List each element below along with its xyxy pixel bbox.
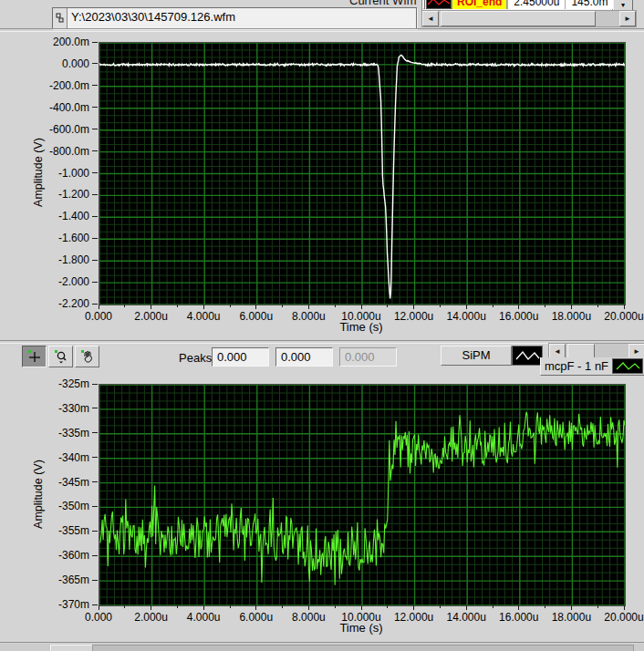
graph-palette [22,346,101,367]
peak-field-1[interactable]: 0.000 [212,347,269,367]
x-tick-label: 12.000u [385,310,443,323]
x-minor-tick-mark [124,605,125,608]
channel-wave-icon[interactable] [512,346,543,366]
x-tick-mark [255,305,256,309]
x-tick-mark [255,605,256,610]
legend-scroll-right-icon[interactable]: ► [628,344,644,358]
y-tick-mark [92,408,98,408]
waveform-graph-main[interactable] [99,42,626,305]
x-tick-label: 20.000u [595,611,644,624]
x-tick-mark [361,605,362,610]
x-tick-mark [624,305,625,309]
x-tick-mark [308,305,309,309]
y-tick-mark [92,42,98,43]
x-tick-mark [466,305,467,309]
y-tick-mark [92,481,98,482]
y-tick-mark [92,384,98,385]
x-minor-tick-mark [493,605,493,608]
x-tick-mark [518,605,519,610]
current-wfm-path-control[interactable]: Y:\2023\03\30\145709.126.wfm [52,7,417,29]
peaks-label: Peaks [179,351,212,365]
x-tick-label: 12.000u [385,611,443,624]
bottom-scrollbar-track[interactable] [92,645,634,651]
y-tick-label: -2.200 [24,297,89,310]
x-tick-mark [413,605,414,610]
crosshair-tool-button[interactable] [22,346,47,367]
roi-name-label[interactable]: ROI_end [452,0,507,9]
plot-legend-item[interactable]: mcpF - 1 nF [540,357,644,376]
bottom-scrollbar-thumb[interactable] [50,645,94,651]
y-tick-label: -1.600 [24,232,89,244]
y-tick-mark [92,238,98,239]
x-tick-label: 8.000u [279,310,338,323]
x-tick-label: 10.000u [332,310,390,323]
y-tick-mark [92,580,98,581]
plot-legend-wave-icon[interactable] [612,358,643,374]
y-tick-mark [92,506,98,507]
x-tick-label: 10.000u [332,611,390,624]
legend-scrollbar-track[interactable] [566,344,628,358]
y-tick-label: -325m [24,377,89,390]
channel-selector[interactable]: SiPM [441,346,543,366]
y-tick-label: -350m [24,500,89,512]
y-tick-label: -355m [24,524,89,537]
scroll-right-icon[interactable]: ► [619,11,636,26]
legend-scroll-left-icon[interactable]: ◄ [549,344,566,358]
legend-scrollbar-thumb[interactable] [567,344,595,358]
x-minor-tick-mark [440,605,441,608]
roi-value-1[interactable]: 2.45000u [507,0,565,9]
current-wfm-path-value[interactable]: Y:\2023\03\30\145709.126.wfm [68,8,416,28]
waveform-viewer-window: Current Wfm Y:\2023\03\30\145709.126.wfm… [0,0,644,651]
x-tick-mark [151,605,151,610]
y-tick-label: -345m [24,476,89,489]
y-tick-label: -360m [24,549,89,562]
x-tick-mark [518,305,519,309]
waveform-graph-roi[interactable] [99,384,626,606]
scrollbar-thumb[interactable] [441,11,596,26]
scrollbar-track[interactable] [439,11,619,26]
zoom-tool-button[interactable] [48,346,73,367]
x-minor-tick-mark [545,305,545,307]
y-tick-mark [92,604,98,605]
y-tick-label: -365m [24,574,89,586]
x-tick-mark [308,605,309,610]
x-tick-label: 18.000u [542,310,600,323]
x-minor-tick-mark [335,305,336,307]
channel-selector-label[interactable]: SiPM [441,346,512,366]
legend-plot-icon[interactable] [423,0,425,9]
pan-tool-button[interactable] [75,346,99,367]
y-tick-label: -800.0m [24,145,89,158]
y-tick-label: -1.000 [24,167,89,180]
x-tick-label: 2.000u [122,611,181,624]
x-minor-tick-mark [230,305,231,307]
x-tick-label: 6.000u [227,611,286,624]
y-tick-label: -340m [24,451,89,464]
y-tick-label: -600.0m [24,123,89,136]
x-tick-label: 6.000u [227,310,286,323]
x-tick-label: 14.000u [437,611,495,624]
plot-legend-label[interactable]: mcpF - 1 nF [541,359,608,373]
x-minor-tick-mark [597,605,598,608]
x-tick-mark [203,305,204,309]
roi-value-2[interactable]: 145.0m [565,0,613,9]
roi-wave-icon[interactable] [426,0,452,9]
x-minor-tick-mark [335,605,336,608]
y-tick-mark [92,432,98,433]
peak-field-2[interactable]: 0.000 [275,347,333,367]
y-tick-mark [92,216,98,217]
x-tick-mark [361,305,362,309]
x-minor-tick-mark [545,605,545,608]
y-tick-mark [92,107,98,108]
path-type-icon [53,8,68,28]
y-tick-label: -330m [24,402,89,415]
x-minor-tick-mark [440,305,441,307]
y-tick-label: -1.400 [24,210,89,222]
y-tick-label: 0.000 [24,57,89,70]
scroll-left-icon[interactable]: ◄ [422,11,439,26]
x-tick-mark [99,305,99,309]
wfm-index-scrollbar[interactable]: ◄ ► [421,10,637,27]
x-tick-label: 16.000u [490,611,548,624]
x-tick-mark [203,605,204,610]
peak-field-3: 0.000 [339,347,397,367]
magnifier-icon [54,349,68,364]
